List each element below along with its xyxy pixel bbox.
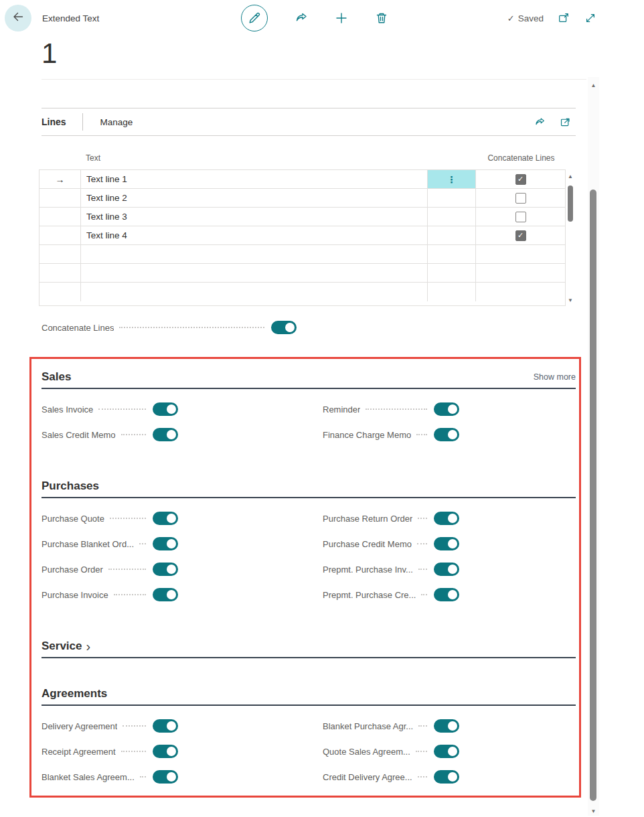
text-cell[interactable] (81, 245, 428, 263)
concatenate-checkbox[interactable]: ✓ (515, 174, 526, 185)
field-sections: SalesShow moreSales InvoiceSales Credit … (42, 370, 576, 796)
toggle-switch[interactable] (434, 745, 459, 758)
toolbar (241, 5, 388, 31)
text-column-header[interactable]: Text (80, 153, 428, 163)
toggle-field: Sales Invoice (42, 402, 178, 416)
row-indicator (39, 245, 81, 263)
table-scrollbar-thumb[interactable] (568, 185, 573, 222)
delete-button[interactable] (375, 11, 388, 25)
field-label: Sales Credit Memo (42, 430, 116, 440)
field-label: Purchase Return Order (323, 514, 412, 524)
toggle-switch[interactable] (434, 719, 459, 733)
field-label: Blanket Sales Agreem... (42, 772, 135, 782)
scroll-down-icon[interactable]: ▼ (588, 808, 599, 814)
toggle-field: Blanket Purchase Agr... (323, 719, 459, 733)
toggle-knob (167, 721, 176, 731)
edit-icon (248, 11, 261, 25)
table-scrollbar[interactable]: ▲ ▼ (566, 169, 575, 306)
saved-check-icon: ✓ (507, 13, 515, 23)
toggle-switch[interactable] (153, 537, 178, 550)
scroll-up-icon[interactable]: ▲ (566, 173, 575, 179)
text-cell[interactable]: Text line 3 (81, 208, 428, 226)
concatenate-lines-toggle[interactable] (271, 321, 297, 334)
expand-button[interactable] (584, 11, 597, 25)
toggle-knob (448, 747, 457, 756)
cell-menu (428, 264, 476, 282)
concatenate-column-header[interactable]: Concatenate Lines (477, 153, 566, 163)
toggle-switch[interactable] (153, 512, 178, 525)
field-label: Purchase Quote (42, 514, 104, 524)
section-title-agreements[interactable]: Agreements (42, 686, 107, 701)
toggle-switch[interactable] (153, 588, 178, 601)
fields-grid: Delivery AgreementReceipt AgreementBlank… (42, 719, 576, 796)
extended-text-page: Extended Text (0, 0, 644, 817)
dotted-leader (366, 408, 427, 410)
dotted-leader (121, 434, 146, 435)
section-title-sales[interactable]: Sales (42, 370, 71, 384)
add-button[interactable] (335, 11, 348, 25)
share-lines-button[interactable] (533, 115, 546, 129)
toggle-switch[interactable] (434, 563, 459, 576)
share-button[interactable] (295, 11, 308, 25)
toggle-field: Sales Credit Memo (42, 428, 178, 441)
field-column: Delivery AgreementReceipt AgreementBlank… (42, 719, 323, 796)
toggle-switch[interactable] (434, 428, 459, 441)
manage-menu[interactable]: Manage (100, 117, 133, 127)
toggle-switch[interactable] (153, 402, 178, 416)
dotted-leader (418, 725, 427, 727)
concatenate-cell: ✓ (476, 170, 565, 188)
toggle-switch[interactable] (153, 428, 178, 441)
toggle-switch[interactable] (153, 563, 178, 576)
popout-button[interactable] (557, 11, 570, 25)
scroll-up-icon[interactable]: ▲ (588, 82, 599, 88)
concatenate-checkbox[interactable]: ✓ (515, 230, 526, 241)
text-cell[interactable]: Text line 2 (81, 189, 428, 207)
toggle-field: Finance Charge Memo (323, 428, 459, 441)
toggle-switch[interactable] (153, 770, 178, 784)
cell-menu-button[interactable]: ⋮ (428, 170, 476, 188)
concatenate-cell (476, 245, 565, 263)
field-label: Sales Invoice (42, 404, 93, 415)
toggle-field: Prepmt. Purchase Cre... (323, 588, 459, 601)
toggle-switch[interactable] (153, 719, 178, 733)
field-label: Quote Sales Agreem... (323, 747, 410, 757)
chevron-right-icon[interactable]: › (86, 640, 91, 653)
section-title-service[interactable]: Service (42, 639, 82, 654)
section-title-purchases[interactable]: Purchases (42, 479, 99, 494)
toggle-switch[interactable] (434, 537, 459, 550)
scroll-down-icon[interactable]: ▼ (566, 297, 575, 303)
text-cell[interactable]: Text line 1 (81, 170, 428, 188)
field-column: Blanket Purchase Agr...Quote Sales Agree… (323, 719, 576, 796)
fields-grid: Purchase QuotePurchase Blanket Ord...Pur… (42, 512, 576, 613)
page-scrollbar-thumb[interactable] (590, 190, 596, 801)
table-row: Text line 3 (39, 208, 565, 226)
toggle-field: Reminder (323, 402, 459, 416)
back-button[interactable] (5, 5, 31, 31)
toggle-switch[interactable] (434, 512, 459, 525)
page-scrollbar[interactable]: ▲ ▼ (588, 77, 599, 816)
dotted-leader (421, 594, 427, 595)
concatenate-checkbox[interactable] (515, 193, 526, 204)
field-column: ReminderFinance Charge Memo (323, 402, 576, 453)
toggle-knob (167, 404, 176, 414)
toggle-switch[interactable] (153, 745, 178, 758)
show-more-link[interactable]: Show more (534, 370, 576, 384)
edit-button[interactable] (241, 5, 268, 31)
share-icon (534, 117, 546, 128)
focus-mode-icon (560, 117, 571, 128)
text-cell[interactable] (81, 264, 428, 282)
concatenate-cell: ✓ (476, 226, 565, 244)
back-icon (11, 10, 25, 26)
toggle-switch[interactable] (434, 402, 459, 416)
section-header: Purchases (42, 479, 576, 498)
toggle-switch[interactable] (434, 770, 459, 784)
dotted-leader (140, 776, 146, 777)
text-cell[interactable] (81, 283, 428, 301)
toggle-knob (448, 772, 457, 782)
lines-part-header: Lines Manage (42, 108, 576, 136)
text-cell[interactable]: Text line 4 (81, 226, 428, 244)
toggle-switch[interactable] (434, 588, 459, 601)
focus-mode-button[interactable] (558, 115, 572, 129)
lines-table-zone: →Text line 1⋮✓Text line 2Text line 3Text… (39, 169, 644, 306)
concatenate-checkbox[interactable] (515, 212, 526, 222)
